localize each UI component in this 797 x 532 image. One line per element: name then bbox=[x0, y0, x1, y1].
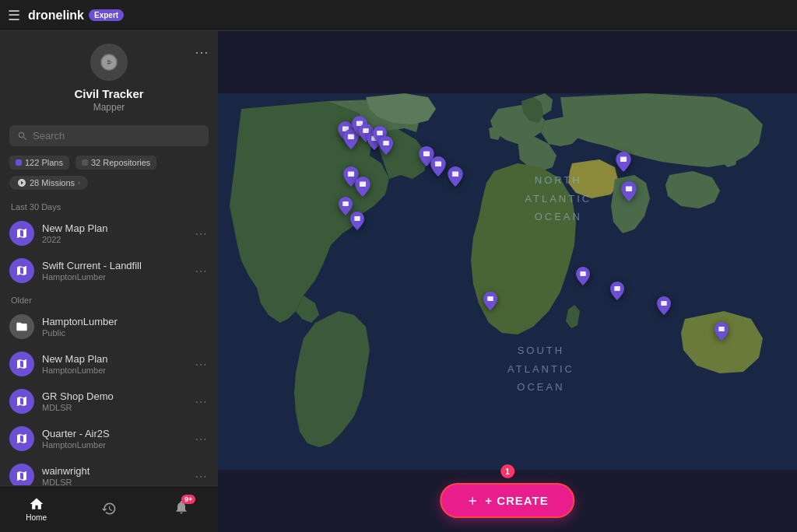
plans-badge[interactable]: 122 Plans bbox=[9, 156, 69, 170]
map-pin[interactable] bbox=[448, 166, 463, 190]
user-name: Civil Tracker bbox=[74, 87, 143, 100]
item-more-icon[interactable]: ⋯ bbox=[193, 394, 209, 409]
main-layout: Civil Tracker Mapper ⋯ 122 Plans 32 Repo… bbox=[0, 31, 797, 532]
item-text: Swift Current - Landfill HamptonLumber bbox=[42, 260, 185, 282]
item-title: New Map Plan bbox=[42, 222, 185, 234]
stats-row: 122 Plans 32 Repositories bbox=[0, 152, 218, 173]
item-sub: 2022 bbox=[42, 235, 185, 244]
item-sub: HamptonLumber bbox=[42, 440, 185, 450]
item-sub: Public bbox=[42, 328, 209, 338]
list-item[interactable]: HamptonLumber Public bbox=[0, 308, 218, 345]
item-title: New Map Plan bbox=[42, 353, 185, 365]
map-pin[interactable] bbox=[483, 292, 497, 313]
map-pin[interactable] bbox=[350, 212, 364, 233]
menu-icon[interactable]: ☰ bbox=[8, 7, 20, 24]
list-item[interactable]: wainwright MDLSR ⋯ bbox=[0, 457, 218, 485]
folder-icon bbox=[16, 320, 28, 333]
svg-rect-16 bbox=[487, 296, 493, 301]
create-notification-count: 1 bbox=[500, 464, 514, 478]
item-text: New Map Plan 2022 bbox=[42, 222, 185, 244]
map-pin[interactable] bbox=[576, 267, 590, 289]
nav-home[interactable]: Home bbox=[0, 492, 72, 527]
missions-badge[interactable]: 28 Missions › bbox=[9, 176, 88, 190]
user-role: Mapper bbox=[93, 102, 125, 113]
map-pin[interactable] bbox=[714, 322, 729, 344]
svg-rect-14 bbox=[435, 162, 441, 167]
item-sub: MDLSR bbox=[42, 403, 185, 412]
list-item[interactable]: New Map Plan 2022 ⋯ bbox=[0, 215, 218, 252]
item-icon-new-map-plan bbox=[9, 221, 34, 246]
list-item[interactable]: Swift Current - Landfill HamptonLumber ⋯ bbox=[0, 252, 218, 289]
create-button-wrapper: 1 + CREATE bbox=[440, 464, 574, 518]
map-area[interactable]: NorthAtlanticOcean SouthAtlanticOcean bbox=[218, 31, 797, 532]
history-icon bbox=[101, 501, 117, 516]
svg-rect-19 bbox=[580, 271, 586, 276]
expert-badge: Expert bbox=[89, 9, 124, 21]
map-pin[interactable] bbox=[355, 177, 370, 200]
item-icon-swift bbox=[9, 258, 34, 283]
map-container: NorthAtlanticOcean SouthAtlanticOcean bbox=[218, 31, 797, 532]
item-title: HamptonLumber bbox=[42, 316, 209, 327]
map-pin[interactable] bbox=[379, 136, 393, 158]
item-text: wainwright MDLSR bbox=[42, 465, 185, 485]
map-pin[interactable] bbox=[657, 296, 671, 318]
plus-icon bbox=[466, 495, 479, 507]
map-icon bbox=[16, 395, 28, 408]
list-item[interactable]: Quarter - Air2S HamptonLumber ⋯ bbox=[0, 420, 218, 457]
svg-rect-17 bbox=[620, 156, 627, 162]
notification-badge: 9+ bbox=[181, 495, 195, 504]
map-pin[interactable] bbox=[621, 181, 637, 205]
item-icon-hampton bbox=[9, 314, 34, 339]
svg-rect-12 bbox=[354, 216, 360, 221]
missions-icon bbox=[17, 178, 26, 187]
map-pin[interactable] bbox=[430, 156, 446, 180]
sidebar-more-icon[interactable]: ⋯ bbox=[195, 44, 209, 61]
svg-rect-10 bbox=[360, 181, 366, 187]
section-label-recent: Last 30 Days bbox=[0, 196, 218, 215]
svg-rect-22 bbox=[719, 327, 725, 331]
item-icon-quarter bbox=[9, 426, 34, 451]
item-more-icon[interactable]: ⋯ bbox=[193, 469, 209, 484]
map-icon bbox=[16, 358, 28, 370]
map-pin[interactable] bbox=[616, 152, 631, 175]
search-bar[interactable] bbox=[9, 125, 209, 146]
repos-badge[interactable]: 32 Repositories bbox=[75, 156, 156, 170]
item-sub: MDLSR bbox=[42, 478, 185, 485]
world-map-svg bbox=[218, 31, 797, 532]
svg-rect-13 bbox=[423, 152, 430, 157]
item-text: Quarter - Air2S HamptonLumber bbox=[42, 428, 185, 450]
item-icon-wainwright bbox=[9, 464, 34, 485]
svg-rect-21 bbox=[661, 301, 667, 306]
item-more-icon[interactable]: ⋯ bbox=[193, 357, 209, 372]
map-icon bbox=[16, 264, 28, 277]
svg-rect-8 bbox=[383, 141, 389, 145]
create-button[interactable]: + CREATE bbox=[440, 483, 574, 518]
repos-count: 32 Repositories bbox=[91, 158, 150, 167]
logo: dronelink Expert bbox=[28, 9, 124, 23]
search-icon bbox=[17, 131, 28, 142]
item-sub: HamptonLumber bbox=[42, 272, 185, 282]
svg-rect-11 bbox=[342, 201, 349, 206]
map-pin[interactable] bbox=[610, 282, 624, 303]
plans-count: 122 Plans bbox=[25, 158, 63, 167]
map-icon bbox=[16, 470, 28, 482]
logo-text: dronelink bbox=[28, 9, 84, 23]
create-button-label: + CREATE bbox=[485, 494, 548, 507]
item-sub: HamptonLumber bbox=[42, 366, 185, 375]
search-input[interactable] bbox=[33, 130, 201, 142]
map-icon bbox=[16, 227, 28, 240]
nav-notifications[interactable]: 9+ bbox=[146, 495, 218, 524]
list-item[interactable]: GR Shop Demo MDLSR ⋯ bbox=[0, 383, 218, 420]
item-icon-gr-shop bbox=[9, 389, 34, 414]
svg-rect-7 bbox=[377, 131, 384, 135]
item-more-icon[interactable]: ⋯ bbox=[193, 226, 209, 241]
nav-history[interactable] bbox=[72, 496, 145, 523]
nav-home-label: Home bbox=[26, 513, 47, 522]
item-more-icon[interactable]: ⋯ bbox=[193, 264, 209, 278]
item-text: New Map Plan HamptonLumber bbox=[42, 353, 185, 375]
avatar bbox=[90, 44, 128, 81]
item-title: Quarter - Air2S bbox=[42, 428, 185, 439]
item-more-icon[interactable]: ⋯ bbox=[193, 432, 209, 446]
list-item[interactable]: New Map Plan HamptonLumber ⋯ bbox=[0, 345, 218, 383]
home-icon bbox=[29, 496, 44, 512]
